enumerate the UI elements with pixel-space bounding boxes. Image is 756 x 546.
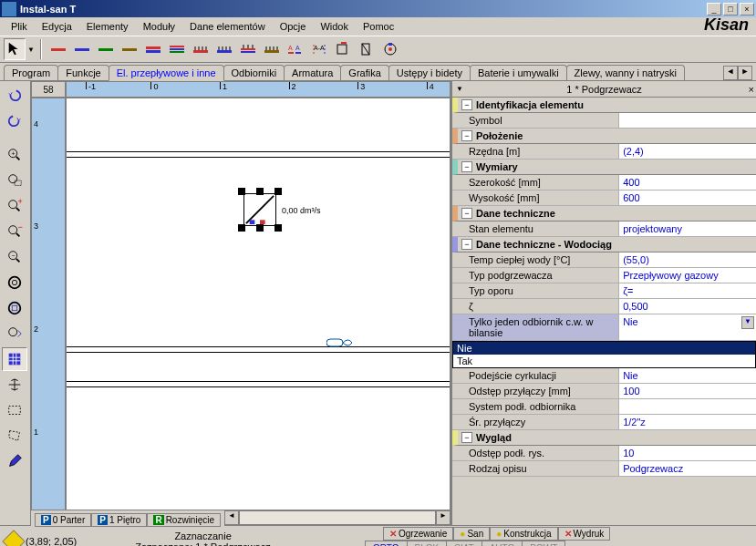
maximize-button[interactable]: □ xyxy=(723,3,738,15)
section-dane-techniczne[interactable]: −Dane techniczne xyxy=(452,206,756,221)
tab-funkcje[interactable]: Funkcje xyxy=(57,65,109,80)
tab-zlewy[interactable]: Zlewy, wanny i natryski xyxy=(566,65,685,80)
dropdown-option-tak[interactable]: Tak xyxy=(453,355,755,367)
tool-comb-1[interactable] xyxy=(190,38,212,60)
tab-ustepy[interactable]: Ustępy i bidety xyxy=(388,65,471,80)
tool-pipe-5[interactable] xyxy=(142,38,164,60)
ruler-vertical[interactable]: 4 3 2 1 xyxy=(31,98,66,510)
tool-zoom-fit[interactable] xyxy=(2,271,27,294)
field-temp[interactable]: (55,0) xyxy=(619,252,756,267)
mode-siat[interactable]: SIAT xyxy=(447,541,482,547)
menu-plik[interactable]: Plik xyxy=(4,19,35,34)
floor-tab-0[interactable]: P0 Parter xyxy=(35,513,91,527)
menu-widok[interactable]: Widok xyxy=(313,19,356,34)
field-odstep-przylaczy[interactable]: 100 xyxy=(619,384,756,398)
section-identyfikacja[interactable]: −Identyfikacja elementu xyxy=(452,98,756,113)
tool-zoom-prev[interactable] xyxy=(2,322,27,345)
layer-wydruk[interactable]: ✕Wydruk xyxy=(558,527,611,540)
hscroll-track[interactable] xyxy=(239,510,436,525)
field-szerokosc[interactable]: 400 xyxy=(619,175,756,190)
tool-select-rect[interactable] xyxy=(2,398,27,422)
tab-el-przeplywowe[interactable]: El. przepływowe i inne xyxy=(109,65,224,81)
collapse-icon[interactable]: − xyxy=(461,239,472,250)
tab-baterie[interactable]: Baterie i umywalki xyxy=(470,65,567,80)
field-zeta[interactable]: 0,500 xyxy=(619,299,756,314)
field-symbol[interactable] xyxy=(619,113,756,128)
tab-armatura[interactable]: Armatura xyxy=(284,65,341,80)
field-wysokosc[interactable]: 600 xyxy=(619,191,756,205)
close-button[interactable]: × xyxy=(740,3,754,15)
section-wyglad[interactable]: −Wygląd xyxy=(452,430,756,446)
drawing-canvas[interactable]: 0,00 dm³/s xyxy=(66,98,450,510)
menu-opcje[interactable]: Opcje xyxy=(273,19,314,34)
prop-dropdown-icon[interactable]: ▼ xyxy=(456,85,463,93)
tool-zoom-all[interactable] xyxy=(2,296,27,320)
hscroll-right[interactable]: ► xyxy=(436,510,450,525)
field-stan[interactable]: projektowany xyxy=(619,221,756,236)
menu-dane[interactable]: Dane elementów xyxy=(182,19,273,34)
layer-konstrukcja[interactable]: ●Konstrukcja xyxy=(490,527,557,540)
menu-pomoc[interactable]: Pomoc xyxy=(356,19,401,34)
tool-select-poly[interactable] xyxy=(2,424,27,448)
field-typ-oporu[interactable]: ζ= xyxy=(619,283,756,298)
tool-comb-2[interactable] xyxy=(213,38,235,60)
tool-zoom-window[interactable] xyxy=(2,169,27,192)
tool-zoom-minus[interactable]: − xyxy=(2,220,27,243)
dropdown-arrow-icon[interactable]: ▼ xyxy=(27,46,35,54)
tool-redo[interactable] xyxy=(2,108,27,132)
layer-ogrzewanie[interactable]: ✕Ogrzewanie xyxy=(383,527,453,540)
mode-orto[interactable]: ORTO xyxy=(365,541,408,547)
hscroll-left[interactable]: ◄ xyxy=(224,510,239,525)
field-jeden-odbiornik[interactable]: Nie▼ xyxy=(619,314,756,340)
floor-tab-1[interactable]: P1 Piętro xyxy=(91,513,147,527)
tab-program[interactable]: Program xyxy=(4,65,58,80)
collapse-icon[interactable]: − xyxy=(461,130,472,141)
prop-close-icon[interactable]: × xyxy=(749,84,754,95)
tool-symbol-2[interactable]: A-A xyxy=(308,38,330,60)
section-wymiary[interactable]: −Wymiary xyxy=(452,160,756,175)
minimize-button[interactable]: _ xyxy=(707,3,721,15)
menu-moduly[interactable]: Moduły xyxy=(136,19,182,34)
field-typ-podgrzewacza[interactable]: Przepływowy gazowy xyxy=(619,268,756,283)
tool-pan[interactable] xyxy=(2,373,27,397)
field-podejscie[interactable]: Nie xyxy=(619,368,756,383)
ruler-corner[interactable]: 58 xyxy=(31,81,66,98)
section-polozenie[interactable]: −Położenie xyxy=(452,129,756,144)
menu-elementy[interactable]: Elementy xyxy=(79,19,136,34)
status-diamond-icon[interactable] xyxy=(2,530,25,546)
tool-zoom-plus[interactable]: + xyxy=(2,194,27,218)
field-odstep-rys[interactable]: 10 xyxy=(619,446,756,460)
tool-symbol-4[interactable] xyxy=(356,38,378,60)
tool-comb-4[interactable] xyxy=(261,38,283,60)
tool-pipe-2[interactable] xyxy=(71,38,93,60)
collapse-icon[interactable]: − xyxy=(461,208,472,219)
tool-zoom-out[interactable]: − xyxy=(2,245,27,269)
layer-san[interactable]: ●San xyxy=(453,527,490,540)
mode-blok[interactable]: BLOK xyxy=(408,541,448,547)
field-sr-przylaczy[interactable]: 1/2"z xyxy=(619,415,756,429)
collapse-icon[interactable]: − xyxy=(461,99,472,110)
tool-zoom-in[interactable]: + xyxy=(2,143,27,167)
tool-pipe-4[interactable] xyxy=(119,38,140,60)
tool-pipe-6[interactable] xyxy=(166,38,188,60)
floor-tab-rozwiniecie[interactable]: RRozwinięcie xyxy=(147,513,221,527)
tool-undo[interactable] xyxy=(2,83,27,107)
selected-heater-object[interactable]: 0,00 dm³/s xyxy=(240,190,280,230)
tool-pencil[interactable] xyxy=(2,449,27,473)
tool-symbol-5[interactable] xyxy=(379,38,401,60)
tool-grid[interactable] xyxy=(2,347,27,371)
tool-pipe-3[interactable] xyxy=(95,38,117,60)
canvas-receiver-object[interactable] xyxy=(326,335,354,352)
tool-pointer[interactable] xyxy=(4,38,26,60)
mode-powt[interactable]: POWT xyxy=(523,541,565,547)
tabs-scroll-right[interactable]: ► xyxy=(738,66,752,80)
collapse-icon[interactable]: − xyxy=(461,432,472,443)
tool-pipe-1[interactable] xyxy=(47,38,69,60)
collapse-icon[interactable]: − xyxy=(461,161,472,172)
dropdown-option-nie[interactable]: Nie xyxy=(453,342,755,355)
field-rzedna[interactable]: (2,4) xyxy=(619,144,756,159)
ruler-horizontal[interactable]: -1 0 1 2 3 4 xyxy=(66,81,450,98)
chevron-down-icon[interactable]: ▼ xyxy=(741,316,754,329)
tool-comb-3[interactable] xyxy=(237,38,259,60)
section-dane-wodociag[interactable]: −Dane techniczne - Wodociąg xyxy=(452,237,756,252)
